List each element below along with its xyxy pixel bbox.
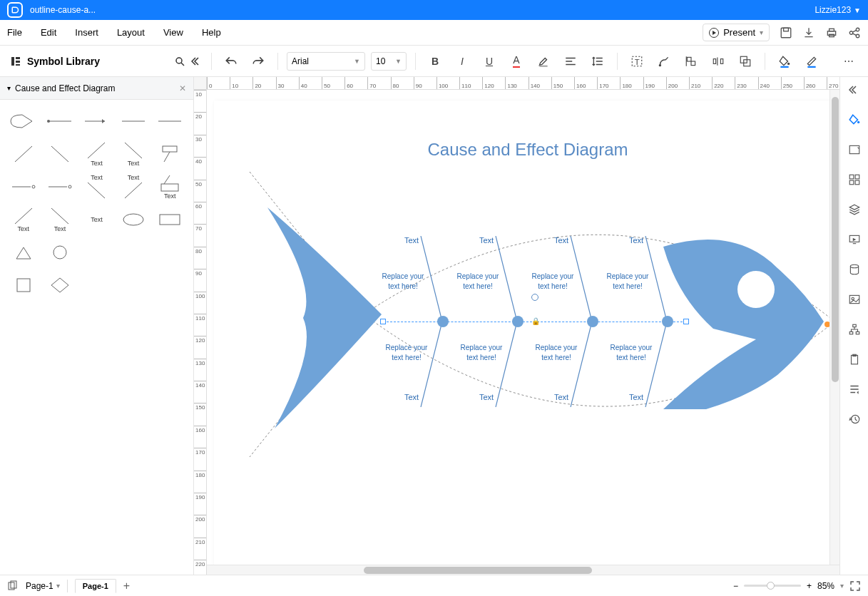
font-size-select[interactable]: 10▼: [371, 52, 407, 71]
shape-text[interactable]: Text: [81, 205, 113, 234]
search-icon[interactable]: [174, 56, 185, 67]
picture-panel-icon[interactable]: [846, 291, 863, 308]
shape-diag-text3[interactable]: Text: [81, 173, 113, 201]
shape-diag1[interactable]: [7, 140, 39, 168]
distribute-button[interactable]: [708, 51, 729, 72]
zoom-out-button[interactable]: −: [733, 581, 738, 591]
print-icon[interactable]: [825, 26, 838, 39]
tree-panel-icon[interactable]: [846, 321, 863, 338]
fish-tail[interactable]: [260, 207, 396, 428]
bone-text[interactable]: Replace your text here!: [528, 272, 578, 292]
bone-label[interactable]: Text: [629, 393, 643, 401]
app-logo[interactable]: [7, 2, 23, 18]
shape-diag-text2[interactable]: Text: [117, 140, 149, 168]
menu-file[interactable]: File: [7, 27, 22, 38]
library-category-header[interactable]: ▾Cause and Effect Diagram ✕: [0, 77, 193, 100]
canvas[interactable]: Cause and Effect Diagram: [207, 90, 839, 575]
document-name[interactable]: outline-cause-a...: [30, 5, 815, 15]
bone-text[interactable]: Replace your text here!: [531, 343, 581, 363]
slides-panel-icon[interactable]: [846, 231, 863, 248]
text-tool-button[interactable]: T: [626, 51, 648, 72]
shape-fish-head[interactable]: [7, 107, 39, 135]
diagram-title[interactable]: Cause and Effect Diagram: [214, 140, 839, 160]
zoom-in-button[interactable]: +: [807, 581, 812, 591]
scrollbar-vertical[interactable]: [829, 90, 839, 565]
bone-text[interactable]: Replace your text here!: [382, 343, 432, 363]
more-button[interactable]: ⋯: [838, 51, 859, 72]
page-tab[interactable]: Page-1: [75, 579, 116, 593]
bone-text[interactable]: Replace your text here!: [606, 343, 656, 363]
bold-button[interactable]: B: [424, 51, 446, 72]
menu-help[interactable]: Help: [202, 27, 221, 38]
bone-text[interactable]: Replace your text here!: [603, 272, 653, 292]
image-panel-icon[interactable]: [846, 141, 863, 158]
selection-handle-right[interactable]: [683, 319, 689, 324]
page-dropdown[interactable]: Page-1▾: [26, 581, 60, 591]
bone-label[interactable]: Text: [554, 393, 568, 401]
bone-node[interactable]: [587, 316, 598, 327]
shape-box-line[interactable]: [154, 140, 186, 168]
bone-node[interactable]: [437, 316, 449, 327]
bone-label[interactable]: Text: [629, 236, 643, 245]
shape-rect[interactable]: [154, 205, 186, 234]
shape-triangle[interactable]: [7, 238, 39, 267]
fill-color-button[interactable]: [774, 51, 795, 72]
shape-box-line2[interactable]: Text: [154, 173, 186, 201]
align-button[interactable]: [560, 51, 581, 72]
history-panel-icon[interactable]: [846, 411, 863, 428]
menu-edit[interactable]: Edit: [41, 27, 56, 38]
redo-button[interactable]: [247, 51, 269, 72]
fill-panel-icon[interactable]: [846, 111, 863, 128]
shape-hline-dot2[interactable]: [44, 173, 76, 201]
add-page-button[interactable]: +: [123, 580, 130, 592]
line-color-button[interactable]: [801, 51, 822, 72]
bone-label[interactable]: Text: [479, 393, 494, 401]
group-button[interactable]: [735, 51, 756, 72]
clipboard-panel-icon[interactable]: [846, 351, 863, 368]
save-icon[interactable]: [780, 26, 792, 39]
paragraph-panel-icon[interactable]: [846, 381, 863, 398]
shape-diag-text4[interactable]: Text: [117, 173, 149, 201]
share-icon[interactable]: [848, 26, 861, 39]
italic-button[interactable]: I: [451, 51, 473, 72]
font-select[interactable]: Arial▼: [287, 52, 365, 71]
user-menu[interactable]: Lizzie123 ▼: [815, 5, 861, 15]
shape-diag-text1[interactable]: Text: [81, 140, 113, 168]
present-button[interactable]: Present ▾: [703, 24, 770, 41]
bone-text[interactable]: Replace your text here!: [378, 272, 428, 292]
shape-ellipse[interactable]: [117, 205, 149, 234]
pages-icon[interactable]: [7, 580, 19, 592]
shape-spine[interactable]: [44, 107, 76, 135]
download-icon[interactable]: [802, 26, 815, 39]
bone-label[interactable]: Text: [554, 236, 568, 245]
font-color-button[interactable]: A: [506, 51, 527, 72]
bone-label[interactable]: Text: [479, 236, 494, 245]
scrollbar-horizontal[interactable]: [207, 565, 839, 575]
shape-diag-text6[interactable]: Text: [44, 205, 76, 234]
data-panel-icon[interactable]: [846, 261, 863, 278]
shape-diag2[interactable]: [44, 140, 76, 168]
menu-layout[interactable]: Layout: [117, 27, 145, 38]
expand-panel-icon[interactable]: [846, 81, 863, 98]
bone-node[interactable]: [512, 316, 524, 327]
shape-diamond[interactable]: [44, 271, 76, 299]
collapse-panel-icon[interactable]: [191, 56, 203, 67]
shape-circle[interactable]: [44, 238, 76, 267]
highlight-button[interactable]: [533, 51, 554, 72]
rotation-handle[interactable]: [531, 294, 538, 301]
shape-square[interactable]: [7, 271, 39, 299]
shape-line2[interactable]: [154, 107, 186, 135]
zoom-slider[interactable]: [744, 585, 801, 587]
grid-panel-icon[interactable]: [846, 171, 863, 188]
bone-label[interactable]: Text: [404, 236, 419, 245]
layers-panel-icon[interactable]: [846, 201, 863, 218]
underline-button[interactable]: U: [479, 51, 500, 72]
menu-insert[interactable]: Insert: [75, 27, 98, 38]
bone-text[interactable]: Replace your text here!: [456, 343, 506, 363]
bone-text[interactable]: Replace your text here!: [453, 272, 503, 292]
selection-handle-left[interactable]: [380, 319, 386, 324]
page[interactable]: Cause and Effect Diagram: [214, 101, 839, 575]
shape-hline-dot[interactable]: [7, 173, 39, 201]
shape-line[interactable]: [117, 107, 149, 135]
shape-arrow[interactable]: [81, 107, 113, 135]
